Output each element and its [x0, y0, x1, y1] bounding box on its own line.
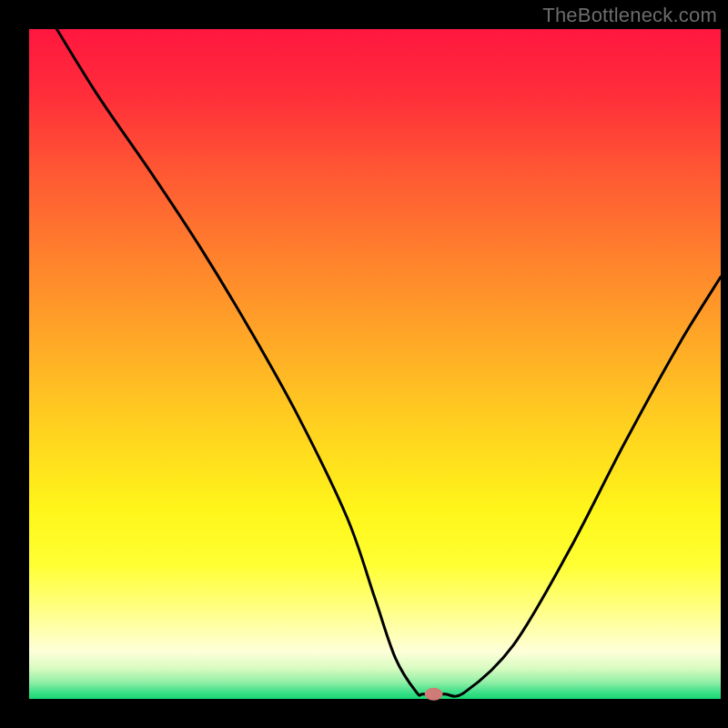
watermark-text: TheBottleneck.com	[542, 4, 717, 27]
optimal-point-marker	[425, 688, 443, 701]
bottleneck-chart	[0, 0, 728, 728]
chart-frame: TheBottleneck.com	[0, 0, 728, 728]
